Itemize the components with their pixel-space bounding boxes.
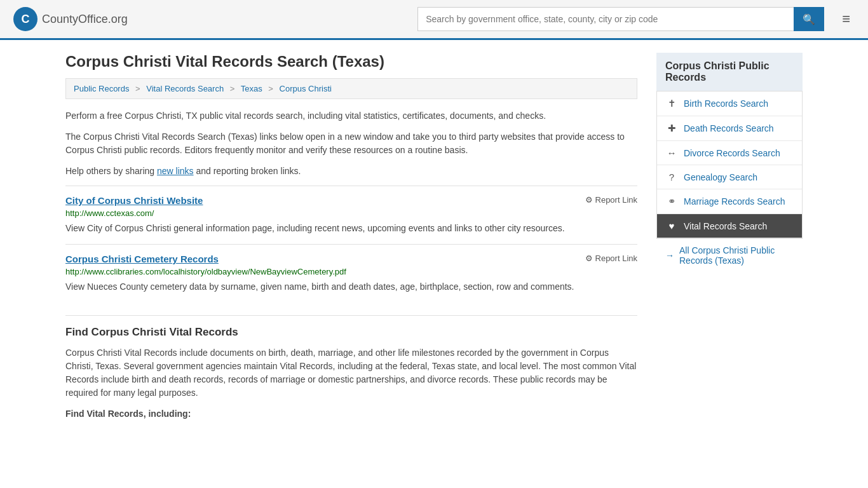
page-title: Corpus Christi Vital Records Search (Tex… xyxy=(65,53,637,71)
breadcrumb-item-texas[interactable]: Texas xyxy=(241,84,262,93)
resource-link-2[interactable]: Corpus Christi Cemetery Records xyxy=(65,254,219,264)
search-button[interactable]: 🔍 xyxy=(794,7,824,31)
breadcrumb: Public Records > Vital Records Search > … xyxy=(65,78,637,99)
resource-url-1: http://www.cctexas.com/ xyxy=(65,208,637,218)
sidebar-nav: ✝ Birth Records Search ✚ Death Records S… xyxy=(656,91,803,239)
report-icon-1: ⚙ xyxy=(585,195,593,205)
all-link-label: All Corpus Christi Public Records (Texas… xyxy=(679,245,794,266)
sidebar-item-birth-records[interactable]: ✝ Birth Records Search xyxy=(657,92,802,116)
resource-title-2: Corpus Christi Cemetery Records xyxy=(65,254,219,264)
all-link-arrow-icon: → xyxy=(665,250,674,261)
main-content: Corpus Christi Vital Records Search (Tex… xyxy=(65,53,637,428)
resource-desc-2: View Nueces County cemetery data by surn… xyxy=(65,280,637,294)
sidebar-label-marriage: Marriage Records Search xyxy=(684,196,785,207)
sidebar-label-birth: Birth Records Search xyxy=(684,98,768,109)
breadcrumb-sep-2: > xyxy=(230,84,235,93)
report-link-button-1[interactable]: ⚙ Report Link xyxy=(585,195,637,205)
sidebar-item-genealogy[interactable]: ? Genealogy Search xyxy=(657,165,802,189)
find-section: Find Corpus Christi Vital Records Corpus… xyxy=(65,315,637,421)
logo-text: CountyOffice.org xyxy=(42,13,128,26)
description-3-prefix: Help others by sharing xyxy=(65,166,157,176)
person-icon: ✝ xyxy=(666,98,677,109)
sidebar-all-link[interactable]: → All Corpus Christi Public Records (Tex… xyxy=(656,239,803,272)
description-2: The Corpus Christi Vital Records Search … xyxy=(65,130,637,157)
description-1: Perform a free Corpus Christi, TX public… xyxy=(65,109,637,123)
sidebar: Corpus Christi Public Records ✝ Birth Re… xyxy=(656,53,803,428)
sidebar-label-death: Death Records Search xyxy=(684,123,774,133)
sidebar-header-text: Corpus Christi Public Records xyxy=(665,60,770,83)
breadcrumb-sep-1: > xyxy=(135,84,140,93)
resource-url-2: http://www.cclibraries.com/localhistory/… xyxy=(65,267,637,276)
logo[interactable]: C CountyOffice.org xyxy=(13,6,128,32)
resource-link-1[interactable]: City of Corpus Christi Website xyxy=(65,195,203,206)
question-icon: ? xyxy=(666,172,677,182)
heart-icon: ♥ xyxy=(666,220,677,231)
breadcrumb-item-vital-records[interactable]: Vital Records Search xyxy=(146,84,224,93)
svg-text:C: C xyxy=(22,13,30,25)
find-section-sub-label: Find Vital Records, including: xyxy=(65,407,637,421)
find-section-heading: Find Corpus Christi Vital Records xyxy=(65,326,637,339)
content-wrapper: Corpus Christi Vital Records Search (Tex… xyxy=(53,40,815,441)
description-3-suffix: and reporting broken links. xyxy=(194,166,301,176)
sidebar-label-genealogy: Genealogy Search xyxy=(684,172,757,182)
breadcrumb-item-public-records[interactable]: Public Records xyxy=(74,84,129,93)
resource-desc-1: View City of Corpus Christi general info… xyxy=(65,222,637,235)
new-links-link[interactable]: new links xyxy=(157,166,194,176)
breadcrumb-sep-3: > xyxy=(268,84,273,93)
find-section-body: Corpus Christi Vital Records include doc… xyxy=(65,346,637,400)
sidebar-header: Corpus Christi Public Records xyxy=(656,53,803,91)
sidebar-item-divorce-records[interactable]: ↔ Divorce Records Search xyxy=(657,141,802,165)
site-header: C CountyOffice.org 🔍 ≡ xyxy=(0,0,868,40)
resource-header-1: City of Corpus Christi Website ⚙ Report … xyxy=(65,195,637,206)
marriage-icon: ⚭ xyxy=(666,196,677,207)
logo-icon: C xyxy=(13,6,38,32)
sidebar-item-death-records[interactable]: ✚ Death Records Search xyxy=(657,116,802,141)
sidebar-label-vital: Vital Records Search xyxy=(684,221,767,231)
resource-item-1: City of Corpus Christi Website ⚙ Report … xyxy=(65,186,637,244)
breadcrumb-item-corpus-christi[interactable]: Corpus Christi xyxy=(280,84,332,93)
report-link-button-2[interactable]: ⚙ Report Link xyxy=(585,254,637,263)
search-area: 🔍 xyxy=(417,7,824,31)
description-3: Help others by sharing new links and rep… xyxy=(65,165,637,178)
resource-title-1: City of Corpus Christi Website xyxy=(65,195,203,206)
sidebar-item-marriage-records[interactable]: ⚭ Marriage Records Search xyxy=(657,189,802,214)
cross-icon: ✚ xyxy=(666,123,677,134)
sidebar-label-divorce: Divorce Records Search xyxy=(684,148,780,158)
report-icon-2: ⚙ xyxy=(585,254,593,263)
sidebar-item-vital-records[interactable]: ♥ Vital Records Search xyxy=(657,214,802,238)
resource-item-2: Corpus Christi Cemetery Records ⚙ Report… xyxy=(65,244,637,302)
search-input[interactable] xyxy=(417,7,794,31)
divorce-icon: ↔ xyxy=(666,147,677,158)
resource-header-2: Corpus Christi Cemetery Records ⚙ Report… xyxy=(65,254,637,264)
hamburger-button[interactable]: ≡ xyxy=(837,11,855,27)
